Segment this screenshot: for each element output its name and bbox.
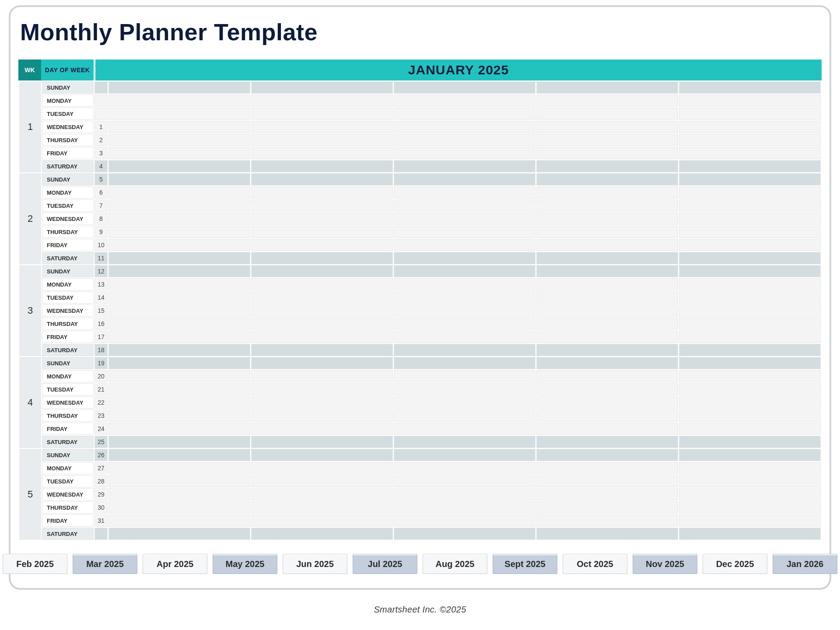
event-cell[interactable] — [251, 410, 393, 422]
event-cell[interactable] — [251, 396, 393, 409]
event-cell[interactable] — [536, 213, 678, 225]
event-cell[interactable] — [679, 108, 821, 120]
event-cell[interactable] — [108, 410, 250, 422]
event-cell[interactable] — [536, 410, 678, 422]
event-cell[interactable] — [679, 147, 821, 159]
event-cell[interactable] — [394, 462, 536, 474]
event-cell[interactable] — [536, 462, 678, 474]
event-cell[interactable] — [536, 488, 678, 500]
event-cell[interactable] — [251, 449, 393, 461]
event-cell[interactable] — [679, 344, 821, 356]
event-cell[interactable] — [394, 383, 536, 396]
event-cell[interactable] — [679, 396, 821, 409]
event-cell[interactable] — [679, 121, 821, 133]
event-cell[interactable] — [251, 304, 393, 317]
event-cell[interactable] — [536, 134, 678, 146]
event-cell[interactable] — [679, 239, 821, 251]
event-cell[interactable] — [536, 252, 678, 264]
event-cell[interactable] — [679, 410, 821, 422]
event-cell[interactable] — [394, 278, 536, 290]
month-tab[interactable]: Apr 2025 — [143, 554, 207, 574]
month-tab[interactable]: Sept 2025 — [493, 554, 557, 574]
event-cell[interactable] — [679, 252, 821, 264]
event-cell[interactable] — [251, 318, 393, 330]
event-cell[interactable] — [108, 488, 250, 500]
event-cell[interactable] — [536, 147, 678, 159]
event-cell[interactable] — [394, 488, 536, 500]
month-tab[interactable]: Nov 2025 — [633, 554, 697, 574]
event-cell[interactable] — [394, 370, 536, 382]
event-cell[interactable] — [679, 265, 821, 277]
event-cell[interactable] — [536, 160, 678, 172]
event-cell[interactable] — [679, 423, 821, 435]
event-cell[interactable] — [251, 501, 393, 514]
event-cell[interactable] — [108, 423, 250, 435]
event-cell[interactable] — [251, 108, 393, 120]
event-cell[interactable] — [679, 488, 821, 500]
event-cell[interactable] — [394, 239, 536, 251]
event-cell[interactable] — [394, 436, 536, 448]
event-cell[interactable] — [108, 200, 250, 212]
event-cell[interactable] — [251, 514, 393, 527]
event-cell[interactable] — [679, 81, 821, 94]
event-cell[interactable] — [251, 147, 393, 159]
event-cell[interactable] — [679, 436, 821, 448]
event-cell[interactable] — [394, 252, 536, 264]
month-tab[interactable]: Mar 2025 — [73, 554, 137, 574]
event-cell[interactable] — [108, 357, 250, 369]
event-cell[interactable] — [108, 396, 250, 409]
event-cell[interactable] — [251, 475, 393, 487]
month-tab[interactable]: Jun 2025 — [283, 554, 347, 574]
event-cell[interactable] — [251, 213, 393, 225]
event-cell[interactable] — [679, 528, 821, 540]
event-cell[interactable] — [536, 501, 678, 514]
event-cell[interactable] — [679, 173, 821, 186]
event-cell[interactable] — [108, 252, 250, 264]
event-cell[interactable] — [536, 318, 678, 330]
event-cell[interactable] — [536, 514, 678, 527]
event-cell[interactable] — [108, 134, 250, 146]
event-cell[interactable] — [679, 160, 821, 172]
event-cell[interactable] — [251, 186, 393, 199]
event-cell[interactable] — [394, 265, 536, 277]
event-cell[interactable] — [394, 449, 536, 461]
event-cell[interactable] — [679, 200, 821, 212]
event-cell[interactable] — [536, 291, 678, 304]
event-cell[interactable] — [251, 200, 393, 212]
month-tab[interactable]: Feb 2025 — [3, 554, 67, 574]
event-cell[interactable] — [536, 370, 678, 382]
event-cell[interactable] — [679, 134, 821, 146]
event-cell[interactable] — [394, 410, 536, 422]
event-cell[interactable] — [108, 278, 250, 290]
event-cell[interactable] — [251, 81, 393, 94]
event-cell[interactable] — [679, 383, 821, 396]
event-cell[interactable] — [394, 304, 536, 317]
event-cell[interactable] — [108, 94, 250, 107]
month-tab[interactable]: Dec 2025 — [703, 554, 767, 574]
event-cell[interactable] — [536, 200, 678, 212]
event-cell[interactable] — [251, 160, 393, 172]
event-cell[interactable] — [394, 501, 536, 514]
event-cell[interactable] — [108, 173, 250, 186]
event-cell[interactable] — [108, 226, 250, 238]
event-cell[interactable] — [251, 239, 393, 251]
month-tab[interactable]: Oct 2025 — [563, 554, 627, 574]
event-cell[interactable] — [536, 108, 678, 120]
event-cell[interactable] — [251, 357, 393, 369]
event-cell[interactable] — [394, 514, 536, 527]
event-cell[interactable] — [108, 501, 250, 514]
event-cell[interactable] — [251, 370, 393, 382]
event-cell[interactable] — [394, 94, 536, 107]
event-cell[interactable] — [536, 436, 678, 448]
event-cell[interactable] — [679, 331, 821, 343]
event-cell[interactable] — [679, 462, 821, 474]
event-cell[interactable] — [108, 147, 250, 159]
event-cell[interactable] — [536, 357, 678, 369]
event-cell[interactable] — [394, 357, 536, 369]
event-cell[interactable] — [536, 278, 678, 290]
event-cell[interactable] — [679, 501, 821, 514]
event-cell[interactable] — [679, 357, 821, 369]
event-cell[interactable] — [536, 81, 678, 94]
event-cell[interactable] — [251, 173, 393, 186]
event-cell[interactable] — [251, 278, 393, 290]
